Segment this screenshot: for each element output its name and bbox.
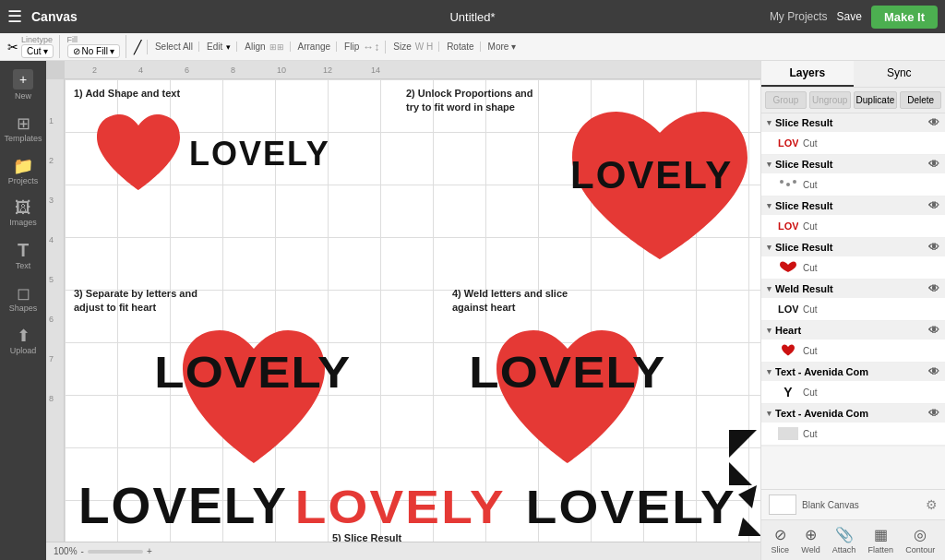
zoom-minus[interactable]: - <box>81 546 84 556</box>
sidebar-item-new[interactable]: + New <box>0 65 46 105</box>
select-all-button[interactable]: Select All <box>155 42 193 52</box>
eye-icon-slice3[interactable]: 👁 <box>928 199 939 212</box>
eye-icon-weld[interactable]: 👁 <box>928 282 939 295</box>
eye-icon-text2[interactable]: 👁 <box>928 407 939 420</box>
sidebar-item-projects[interactable]: 📁 Projects <box>0 151 46 190</box>
layer-header-slice1[interactable]: ▾ Slice Result 👁 <box>761 113 945 132</box>
sidebar-item-shapes[interactable]: ◻ Shapes <box>0 279 46 317</box>
flip-button[interactable]: Flip <box>344 42 359 52</box>
size-button[interactable]: Size <box>393 42 411 52</box>
arrange-button[interactable]: Arrange <box>298 42 331 52</box>
images-icon: 🖼 <box>15 198 31 218</box>
layer-group-text1: ▾ Text - Avenida Com 👁 Y Cut <box>761 363 945 404</box>
layer-header-heart[interactable]: ▾ Heart 👁 <box>761 321 945 340</box>
sidebar-item-templates[interactable]: ⊞ Templates <box>0 109 46 148</box>
layer-title-slice4: Slice Result <box>775 242 928 253</box>
menu-icon[interactable]: ☰ <box>7 6 22 27</box>
canvas-area[interactable]: 2468101214 12345678 1) Add Shape and tex… <box>46 61 760 560</box>
svg-point-10 <box>786 183 790 186</box>
tab-layers[interactable]: Layers <box>761 61 854 87</box>
edit-button[interactable]: Edit <box>207 42 222 52</box>
cut-label-slice1: Cut <box>803 138 939 149</box>
layer-header-slice4[interactable]: ▾ Slice Result 👁 <box>761 238 945 256</box>
arrow-icon: ▾ <box>767 326 772 335</box>
lovely-text-q1: LOVELY <box>189 135 330 173</box>
more-button[interactable]: More ▾ <box>488 42 517 52</box>
layer-title-heart: Heart <box>775 325 928 336</box>
sidebar-label-projects: Projects <box>8 176 39 185</box>
cut-label-heart: Cut <box>803 346 939 356</box>
shapes-icon: ◻ <box>17 283 30 304</box>
fill-select[interactable]: ⊘ No Fill ▾ <box>67 44 120 58</box>
arrow-icon: ▾ <box>767 284 772 293</box>
ungroup-button[interactable]: Ungroup <box>809 91 851 109</box>
new-icon: + <box>13 69 33 89</box>
weld-icon-btn[interactable]: ⊕ Weld <box>801 526 819 554</box>
sidebar-item-upload[interactable]: ⬆ Upload <box>0 321 46 360</box>
layer-header-weld[interactable]: ▾ Weld Result 👁 <box>761 280 945 298</box>
layer-group-slice1: ▾ Slice Result 👁 LOVELY Cut <box>761 113 945 155</box>
thumb-weld: LOVELY <box>778 301 798 317</box>
blank-canvas-label: Blank Canvas <box>802 500 920 510</box>
text-icon: T <box>18 240 29 261</box>
rotate-button[interactable]: Rotate <box>447 42 473 52</box>
save-button[interactable]: Save <box>837 10 862 23</box>
step2-label: 2) Unlock Proportions and try to fit wor… <box>406 87 533 115</box>
lovely-black-slice: LOVELY <box>526 481 736 534</box>
layer-header-text1[interactable]: ▾ Text - Avenida Com 👁 <box>761 363 945 381</box>
templates-icon: ⊞ <box>17 113 30 134</box>
eye-icon-slice1[interactable]: 👁 <box>928 116 939 129</box>
attach-icon-btn[interactable]: 📎 Attach <box>832 526 856 554</box>
layer-group-text2: ▾ Text - Avenida Com 👁 Cut <box>761 404 945 447</box>
layer-child-slice2: Cut <box>761 173 945 196</box>
zoom-plus[interactable]: + <box>147 546 152 556</box>
group-button[interactable]: Group <box>765 91 807 109</box>
flatten-icon-btn[interactable]: ▦ Flatten <box>868 526 894 554</box>
layer-title-text1: Text - Avenida Com <box>775 366 928 377</box>
svg-text:LOVELY: LOVELY <box>778 137 798 149</box>
duplicate-button[interactable]: Duplicate <box>854 91 898 109</box>
eye-icon-heart[interactable]: 👁 <box>928 324 939 337</box>
blank-canvas-settings-icon[interactable]: ⚙ <box>926 497 938 512</box>
slice-icon-btn[interactable]: ⊘ Slice <box>772 526 790 554</box>
arrow-icon: ▾ <box>767 160 772 169</box>
layer-header-slice2[interactable]: ▾ Slice Result 👁 <box>761 155 945 173</box>
canvas-grid[interactable]: 1) Add Shape and text 2) Unlock Proporti… <box>65 79 760 560</box>
sidebar-label-new: New <box>15 91 31 101</box>
layer-header-slice3[interactable]: ▾ Slice Result 👁 <box>761 197 945 215</box>
layer-header-text2[interactable]: ▾ Text - Avenida Com 👁 <box>761 404 945 423</box>
layer-child-weld: LOVELY Cut <box>761 298 945 320</box>
thumb-text2 <box>778 425 798 442</box>
layer-title-text2: Text - Avenida Com <box>775 408 928 419</box>
layer-child-slice3: LOVELY Cut <box>761 215 945 237</box>
svg-rect-14 <box>778 427 798 440</box>
align-button[interactable]: Align <box>245 42 265 52</box>
sidebar-item-images[interactable]: 🖼 Images <box>0 194 46 232</box>
svg-text:LOVELY: LOVELY <box>778 304 798 315</box>
right-panel: Layers Sync Group Ungroup Duplicate Dele… <box>760 61 945 560</box>
eye-icon-slice2[interactable]: 👁 <box>928 158 939 171</box>
layer-child-heart: Cut <box>761 340 945 362</box>
attach-label: Attach <box>832 545 856 554</box>
cut-label-text2: Cut <box>803 429 939 439</box>
line-style-picker[interactable]: ╱ <box>134 40 141 54</box>
eye-icon-text1[interactable]: 👁 <box>928 365 939 378</box>
layer-title-slice1: Slice Result <box>775 117 928 128</box>
arrow-icon: ▾ <box>767 118 772 127</box>
make-it-button[interactable]: Make It <box>871 6 938 29</box>
tab-sync[interactable]: Sync <box>854 61 946 87</box>
contour-icon-btn[interactable]: ◎ Contour <box>905 526 935 554</box>
slice-fragments2 <box>738 485 760 536</box>
delete-button[interactable]: Delete <box>900 91 941 109</box>
my-projects-link[interactable]: My Projects <box>770 10 828 23</box>
eye-icon-slice4[interactable]: 👁 <box>928 241 939 254</box>
main-layout: + New ⊞ Templates 📁 Projects 🖼 Images T … <box>0 61 945 560</box>
sidebar-item-text[interactable]: T Text <box>0 235 46 275</box>
linetype-select[interactable]: Cut ▾ <box>21 44 54 58</box>
zoom-slider[interactable] <box>88 550 143 554</box>
blank-canvas-row: Blank Canvas ⚙ <box>761 489 945 519</box>
layer-group-slice3: ▾ Slice Result 👁 LOVELY Cut <box>761 197 945 238</box>
edit-dropdown-icon[interactable]: ▾ <box>226 42 231 52</box>
slice-icon: ⊘ <box>774 526 786 543</box>
weld-icon: ⊕ <box>805 526 817 543</box>
